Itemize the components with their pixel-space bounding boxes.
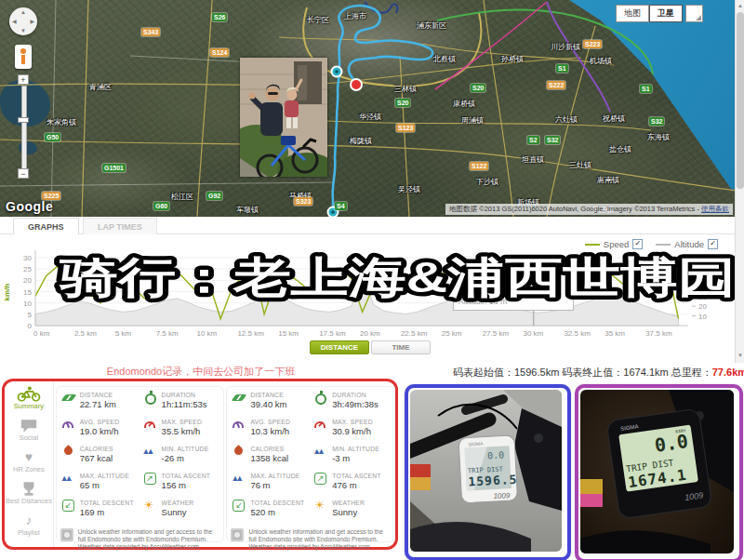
sidebar-item-hr-zones[interactable]: ♥ HR Zones — [5, 448, 53, 480]
odometer-annotation: 码表起始值：1596.5km 码表终止值：1674.1km 总里程：77.6km — [453, 366, 744, 380]
altitude-checkbox[interactable] — [708, 239, 718, 249]
road-shield-label: S4 — [335, 202, 347, 210]
altitude-line-swatch — [656, 244, 671, 246]
total-descent-icon — [60, 499, 77, 513]
route-track — [0, 0, 744, 217]
stat-value: 476 m — [332, 481, 381, 490]
map-town-label: 机场镇 — [590, 56, 612, 66]
svg-text:10 km: 10 km — [197, 329, 218, 338]
stat-value: 1h:11m:53s — [162, 400, 207, 409]
sidebar-label: Best Distances — [6, 497, 52, 505]
tooltip-altitude: Altitude: 13 m — [458, 297, 568, 307]
map-type-map-button[interactable]: 地图 — [616, 5, 649, 22]
scrollbar-up-arrow[interactable]: ▲ — [736, 0, 744, 11]
stat-value: 76 m — [250, 481, 299, 490]
map-town-label: 惠南镇 — [597, 175, 619, 185]
road-shield-label: G50 — [45, 133, 60, 141]
odometer-photo-end[interactable]: SIGMA KMH 0.0 TRIP DIST 1674.1 1009 — [575, 384, 743, 560]
tooltip-distance: Distance: 30.53 km — [458, 266, 568, 276]
graph-section: 051015202530102030405060700 km2.5 km5 km… — [0, 234, 744, 363]
sidebar-item-social[interactable]: Social — [5, 417, 53, 448]
speed-checkbox[interactable] — [632, 239, 643, 249]
stat-value: 3h:49m:38s — [332, 400, 379, 409]
computer-model: 1009 — [493, 491, 511, 500]
map-town-label: 长宁区 — [307, 15, 329, 25]
satellite-map[interactable]: 上海市浦东新区长宁区北蔡镇三林镇华泾镇梅陇镇吴泾镇青浦区朱家角镇马桥镇车墩镇松江… — [0, 0, 744, 217]
stat-item: MAX. SPEED 35.5 km/h — [142, 418, 222, 445]
altitude-area — [35, 270, 679, 327]
odometer-photo-start[interactable]: SIGMA 0.0 TRIP DIST 1596.5 1009 — [405, 384, 571, 560]
weather-icon — [312, 499, 329, 513]
avg-speed-icon — [60, 418, 77, 432]
graph-tab-bar: GRAPHS LAP TIMES — [0, 217, 744, 234]
svg-text:15 km: 15 km — [278, 329, 299, 338]
frame-scrollbar[interactable]: ▲ ▼ — [735, 0, 744, 363]
svg-text:0 km: 0 km — [33, 329, 50, 338]
road-shield-label: S2 — [527, 136, 539, 144]
premium-camera-icon — [60, 528, 73, 541]
weather-icon — [142, 499, 159, 513]
zoom-track[interactable] — [21, 86, 27, 169]
google-logo: Google — [6, 199, 53, 214]
tab-graphs[interactable]: GRAPHS — [13, 218, 79, 234]
road-shield-label: S20 — [395, 99, 410, 107]
svg-text:20: 20 — [23, 276, 32, 285]
total-ascent-icon — [312, 472, 329, 486]
max-altitude-icon — [231, 472, 247, 486]
scrollbar-thumb[interactable] — [737, 12, 744, 189]
chart-tooltip: Distance: 30.53 km Duration: 2:27:44 Spe… — [453, 262, 574, 311]
stat-item: AVG. SPEED 10.3 km/h — [231, 418, 311, 445]
road-shield-label: S1 — [640, 85, 652, 93]
terms-link[interactable]: 使用条款 — [701, 205, 729, 213]
road-shield-label: S124 — [210, 48, 229, 57]
stat-item: AVG. SPEED 19.0 km/h — [60, 418, 140, 445]
road-shield-label: S20 — [471, 84, 485, 92]
road-shield-label: S343 — [141, 28, 160, 36]
stat-item: TOTAL DESCENT 169 m — [60, 499, 140, 526]
map-town-label: 康桥镇 — [453, 99, 475, 109]
speed-line-swatch — [585, 244, 600, 246]
stat-item: WEATHER Sunny — [312, 499, 392, 526]
road-shield-label: S32 — [649, 117, 664, 126]
sidebar-item-best-distances[interactable]: Best Distances — [5, 480, 53, 512]
svg-text:20: 20 — [698, 302, 707, 311]
tab-lap-times[interactable]: LAP TIMES — [83, 218, 157, 234]
svg-text:60: 60 — [698, 263, 707, 272]
distance-toggle-button[interactable]: DISTANCE — [310, 340, 369, 354]
street-view-pegman[interactable] — [15, 45, 32, 69]
stat-value: 520 m — [250, 508, 304, 517]
sidebar-label: HR Zones — [13, 465, 45, 473]
map-photo-thumbnail[interactable] — [240, 58, 327, 177]
svg-text:km/h: km/h — [3, 284, 11, 301]
map-town-label: 周浦镇 — [461, 115, 484, 126]
stat-item: MIN. ALTITUDE -26 m — [142, 445, 222, 472]
stat-value: Sunny — [332, 508, 365, 517]
stat-item: TOTAL ASCENT 156 m — [142, 472, 222, 499]
scrollbar-down-arrow[interactable]: ▼ — [736, 350, 744, 361]
computer-brand: SIGMA — [468, 441, 484, 447]
map-pan-control[interactable]: ▲▼◀▶ — [9, 7, 37, 35]
distance-icon — [231, 391, 247, 405]
svg-text:7.5 km: 7.5 km — [156, 329, 179, 338]
zoom-out-button[interactable]: − — [18, 168, 29, 179]
stat-item: TOTAL ASCENT 476 m — [312, 472, 392, 499]
trophy-icon — [20, 481, 37, 497]
premium-note: Unlock weather information and get acces… — [231, 526, 392, 553]
svg-text:40: 40 — [698, 283, 707, 291]
road-shield-label: S32 — [545, 136, 560, 144]
stat-value: 156 m — [162, 481, 211, 490]
sidebar-item-playlist[interactable]: ♪ Playlist — [5, 512, 53, 543]
premium-text: Unlock weather information and get acces… — [78, 528, 222, 553]
sidebar-item-summary[interactable]: Summary — [5, 385, 53, 417]
time-toggle-button[interactable]: TIME — [371, 340, 431, 354]
heart-icon: ♥ — [5, 449, 53, 465]
zoom-handle[interactable] — [18, 117, 29, 123]
sidebar-label: Playlist — [18, 528, 40, 537]
map-style-box[interactable] — [685, 5, 703, 22]
map-zoom-slider[interactable]: + − — [18, 74, 29, 179]
road-shield-label: S223 — [583, 40, 602, 48]
map-type-satellite-button[interactable]: 卫星 — [649, 5, 683, 22]
stat-value: Sunny — [162, 508, 194, 517]
map-town-label: 青浦区 — [89, 82, 112, 92]
zoom-in-button[interactable]: + — [18, 74, 29, 85]
